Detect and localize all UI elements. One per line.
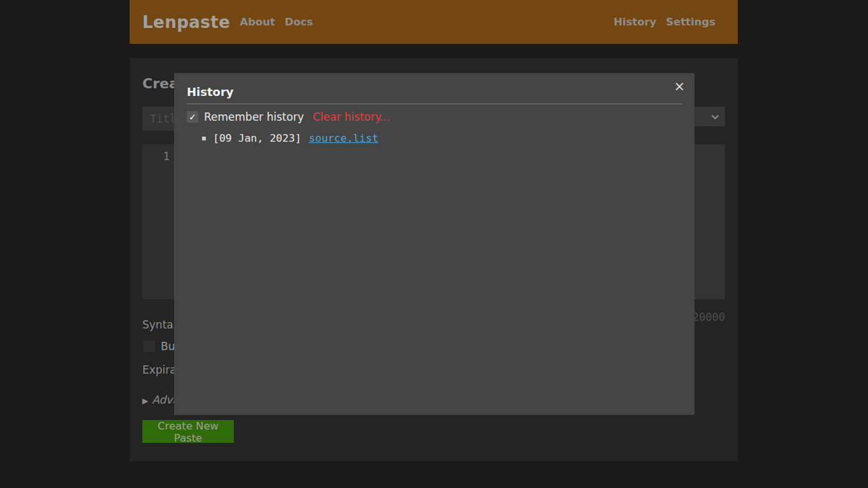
burn-checkbox[interactable] (144, 341, 155, 352)
history-modal: History × ✓ Remember history Clear histo… (174, 73, 695, 415)
bullet-icon (202, 137, 206, 140)
details-arrow-icon: ▶ (142, 396, 148, 405)
logo-lenpaste[interactable]: Lenpaste (142, 13, 230, 32)
history-list: [09 Jan, 2023] source.list (187, 132, 682, 144)
chevron-down-icon (711, 111, 719, 123)
nav-settings[interactable]: Settings (666, 16, 715, 28)
remember-history-label: Remember history (204, 111, 304, 123)
history-entry-link[interactable]: source.list (309, 132, 378, 144)
create-new-paste-button[interactable]: Create New Paste (142, 420, 234, 443)
remember-history-row: ✓ Remember history Clear history... (187, 111, 682, 123)
history-entry-date: [09 Jan, 2023] (213, 132, 301, 144)
char-counter: 20000 (693, 311, 725, 323)
modal-title: History (187, 86, 682, 98)
nav-docs[interactable]: Docs (285, 16, 313, 28)
nav-about[interactable]: About (240, 16, 275, 28)
list-item: [09 Jan, 2023] source.list (187, 132, 682, 144)
modal-divider (187, 104, 682, 104)
page: Lenpaste About Docs History Settings Cre… (0, 0, 868, 488)
clear-history-link[interactable]: Clear history... (313, 111, 390, 123)
nav-history[interactable]: History (614, 16, 656, 28)
remember-history-checkbox[interactable]: ✓ (187, 111, 198, 123)
close-icon[interactable]: × (674, 80, 685, 93)
header: Lenpaste About Docs History Settings (130, 0, 738, 44)
editor-line-numbers: 1 (142, 144, 174, 299)
